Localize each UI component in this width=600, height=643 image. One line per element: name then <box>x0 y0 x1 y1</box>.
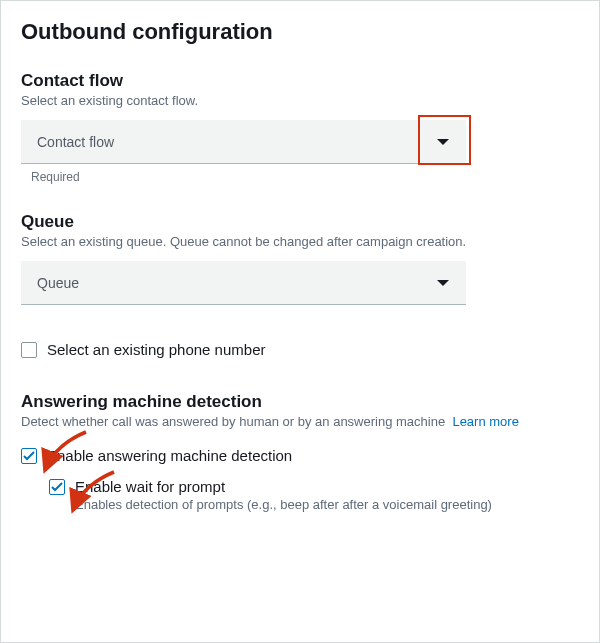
contact-flow-helper: Select an existing contact flow. <box>21 93 579 108</box>
wait-for-prompt-desc: Enables detection of prompts (e.g., beep… <box>75 497 579 512</box>
amd-heading: Answering machine detection <box>21 392 579 412</box>
amd-helper: Detect whether call was answered by huma… <box>21 414 579 429</box>
queue-section: Queue Select an existing queue. Queue ca… <box>21 212 579 305</box>
contact-flow-required: Required <box>31 170 579 184</box>
phone-number-label: Select an existing phone number <box>47 341 265 358</box>
outbound-config-panel: Outbound configuration Contact flow Sele… <box>0 0 600 643</box>
queue-select[interactable]: Queue <box>21 261 466 305</box>
chevron-down-icon <box>436 279 450 287</box>
contact-flow-select[interactable]: Contact flow <box>21 120 466 164</box>
page-title: Outbound configuration <box>21 19 579 45</box>
wait-for-prompt-block: Enable wait for prompt Enables detection… <box>49 478 579 512</box>
contact-flow-section: Contact flow Select an existing contact … <box>21 71 579 184</box>
contact-flow-placeholder: Contact flow <box>37 134 114 150</box>
amd-section: Answering machine detection Detect wheth… <box>21 392 579 512</box>
wait-for-prompt-label: Enable wait for prompt <box>75 478 225 495</box>
wait-for-prompt-checkbox[interactable] <box>49 479 65 495</box>
amd-helper-text: Detect whether call was answered by huma… <box>21 414 445 429</box>
chevron-down-icon <box>436 138 450 146</box>
phone-number-checkbox[interactable] <box>21 342 37 358</box>
learn-more-link[interactable]: Learn more <box>452 414 518 429</box>
phone-number-section: Select an existing phone number <box>21 341 579 358</box>
queue-heading: Queue <box>21 212 579 232</box>
queue-placeholder: Queue <box>37 275 79 291</box>
phone-number-checkbox-row[interactable]: Select an existing phone number <box>21 341 579 358</box>
enable-amd-row[interactable]: Enable answering machine detection <box>21 447 579 464</box>
queue-helper: Select an existing queue. Queue cannot b… <box>21 234 579 249</box>
contact-flow-heading: Contact flow <box>21 71 579 91</box>
wait-for-prompt-row[interactable]: Enable wait for prompt <box>49 478 579 495</box>
enable-amd-checkbox[interactable] <box>21 448 37 464</box>
enable-amd-label: Enable answering machine detection <box>47 447 292 464</box>
